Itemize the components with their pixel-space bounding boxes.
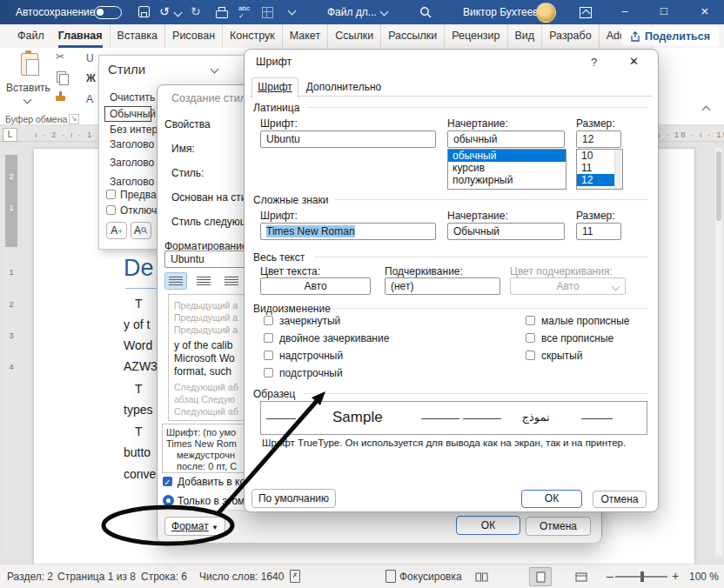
undo-icon[interactable]: ↺ bbox=[159, 5, 170, 17]
zoom-out-button[interactable]: – bbox=[607, 569, 613, 583]
read-mode-button[interactable] bbox=[470, 567, 493, 586]
style-item-heading1[interactable]: Заголово bbox=[110, 138, 154, 150]
subscript-checkbox[interactable] bbox=[264, 368, 273, 378]
cut-icon[interactable]: ✂ bbox=[56, 50, 64, 63]
add-to-gallery-checkbox[interactable]: ✓ bbox=[163, 477, 172, 486]
tab-advanced[interactable]: Дополнительно bbox=[298, 79, 389, 97]
superscript-checkbox[interactable] bbox=[264, 351, 273, 360]
print-icon[interactable] bbox=[216, 10, 228, 18]
tab-file[interactable]: Файл bbox=[10, 24, 51, 48]
tab-home[interactable]: Главная bbox=[51, 24, 110, 48]
spellcheck-icon[interactable]: abc✓ bbox=[238, 4, 250, 20]
underline-button-fragment[interactable]: U bbox=[86, 52, 94, 64]
status-line[interactable]: Строка: 6 bbox=[141, 571, 187, 583]
zoom-slider-knob[interactable] bbox=[640, 571, 644, 582]
tab-view[interactable]: Вид bbox=[507, 24, 542, 48]
avatar[interactable] bbox=[536, 3, 556, 23]
tab-mailings[interactable]: Рассылки bbox=[380, 24, 444, 48]
proofing-icon[interactable]: ✗ bbox=[290, 570, 300, 583]
preview-checkbox[interactable] bbox=[106, 190, 116, 199]
size-option-10[interactable]: 10 bbox=[577, 150, 617, 162]
search-icon[interactable] bbox=[419, 6, 432, 18]
user-name[interactable]: Виктор Бухтеев bbox=[463, 6, 539, 18]
vertical-scrollbar[interactable] bbox=[715, 148, 722, 557]
focus-mode-button[interactable]: Фокусировка bbox=[399, 571, 462, 583]
align-right-button[interactable] bbox=[220, 272, 243, 290]
zoom-in-button[interactable]: + bbox=[672, 569, 679, 583]
maximize-button[interactable]: □ bbox=[651, 0, 677, 23]
ribbon-display-icon[interactable] bbox=[580, 7, 592, 18]
create-ok-button[interactable]: ОК bbox=[456, 516, 520, 535]
style-option-italic[interactable]: курсив bbox=[448, 162, 566, 174]
style-option-regular[interactable]: обычный bbox=[448, 150, 566, 162]
status-page[interactable]: Страница 1 из 8 bbox=[57, 571, 136, 583]
complex-style-combo[interactable]: Обычный bbox=[447, 223, 565, 240]
document-title[interactable]: Файл дл... bbox=[327, 6, 377, 18]
tab-layout[interactable]: Макет bbox=[282, 24, 327, 48]
redo-icon[interactable]: ↻ bbox=[191, 5, 201, 17]
doc-title-dropdown-icon[interactable] bbox=[380, 8, 389, 17]
size-option-11[interactable]: 11 bbox=[577, 162, 617, 174]
paste-dropdown-icon[interactable] bbox=[23, 96, 32, 104]
set-default-button[interactable]: По умолчанию bbox=[251, 489, 336, 508]
new-style-button[interactable]: A+ bbox=[106, 222, 127, 239]
save-icon[interactable] bbox=[138, 6, 150, 17]
status-section[interactable]: Раздел: 2 bbox=[7, 571, 53, 583]
fontcolor-button-fragment[interactable]: А bbox=[86, 93, 93, 105]
strikethrough-checkbox[interactable] bbox=[264, 316, 273, 325]
size-option-12[interactable]: 12 bbox=[577, 174, 617, 186]
share-button[interactable]: Поделиться bbox=[621, 27, 719, 46]
print-layout-button[interactable] bbox=[529, 567, 552, 586]
style-item-heading3[interactable]: Заголово bbox=[110, 176, 154, 188]
more-commands-icon[interactable] bbox=[288, 7, 297, 16]
scrollbar-thumb[interactable] bbox=[716, 151, 721, 221]
vertical-ruler[interactable]: 2 1 1 2 3 4 bbox=[5, 148, 17, 558]
paste-button[interactable]: Вставить bbox=[6, 82, 50, 94]
align-left-button[interactable] bbox=[164, 272, 187, 290]
styles-pane-dropdown-icon[interactable] bbox=[211, 65, 219, 74]
style-option-bold[interactable]: полужирный bbox=[448, 174, 566, 186]
size-list-scrollbar[interactable] bbox=[614, 150, 622, 189]
latin-size-list[interactable]: 10 11 12 bbox=[576, 149, 623, 190]
undo-dropdown-icon[interactable] bbox=[174, 9, 183, 17]
tab-review[interactable]: Рецензир bbox=[444, 24, 506, 48]
close-button[interactable]: × bbox=[692, 0, 718, 23]
complex-size-combo[interactable]: 11 bbox=[576, 223, 621, 240]
dialog-close-icon[interactable]: ✕ bbox=[629, 55, 639, 68]
web-layout-button[interactable] bbox=[570, 567, 593, 586]
zoom-level[interactable]: 100 % bbox=[689, 571, 719, 583]
only-this-doc-radio[interactable] bbox=[163, 495, 174, 506]
style-item-nospacing[interactable]: Без интер bbox=[110, 124, 158, 136]
all-caps-checkbox[interactable] bbox=[526, 333, 535, 343]
style-item-heading2[interactable]: Заголово bbox=[110, 157, 154, 169]
tab-insert[interactable]: Вставка bbox=[110, 24, 164, 48]
complex-font-combo[interactable]: Times New Roman bbox=[260, 223, 436, 240]
collapse-ribbon-icon[interactable] bbox=[702, 106, 711, 115]
format-button[interactable]: Формат ▼ bbox=[164, 517, 225, 536]
latin-style-list[interactable]: обычный курсив полужирный bbox=[447, 149, 566, 190]
minimize-button[interactable]: – bbox=[612, 0, 638, 23]
latin-font-combo[interactable]: Ubuntu bbox=[260, 130, 436, 148]
style-item-normal[interactable]: Обычный bbox=[110, 108, 156, 120]
style-item-clear[interactable]: Очистить bbox=[110, 91, 155, 104]
small-caps-checkbox[interactable] bbox=[526, 316, 535, 325]
font-ok-button[interactable]: ОК bbox=[521, 490, 582, 508]
font-cancel-button[interactable]: Отмена bbox=[593, 491, 647, 508]
latin-size-input[interactable]: 12 bbox=[576, 130, 621, 148]
text-color-combo[interactable]: Авто bbox=[260, 277, 371, 295]
tab-developer[interactable]: Разрабо bbox=[541, 24, 598, 48]
style-inspector-button[interactable]: A bbox=[131, 222, 151, 239]
status-wordcount[interactable]: Число слов: 1640 bbox=[199, 571, 284, 583]
double-strikethrough-checkbox[interactable] bbox=[264, 333, 273, 343]
create-cancel-button[interactable]: Отмена bbox=[526, 517, 591, 536]
clipboard-dialog-launcher[interactable]: ↘ bbox=[69, 114, 79, 124]
tab-design[interactable]: Конструк bbox=[222, 24, 282, 48]
tab-selector[interactable]: L bbox=[3, 128, 17, 142]
format-painter-icon[interactable] bbox=[56, 96, 65, 101]
bold-button-fragment[interactable]: Ж bbox=[86, 72, 96, 84]
tab-font[interactable]: Шрифт bbox=[251, 77, 298, 98]
align-center-button[interactable] bbox=[192, 272, 215, 290]
latin-style-input[interactable]: обычный bbox=[447, 130, 565, 148]
disable-linked-checkbox[interactable] bbox=[106, 205, 116, 215]
autosave-toggle[interactable] bbox=[94, 6, 122, 19]
